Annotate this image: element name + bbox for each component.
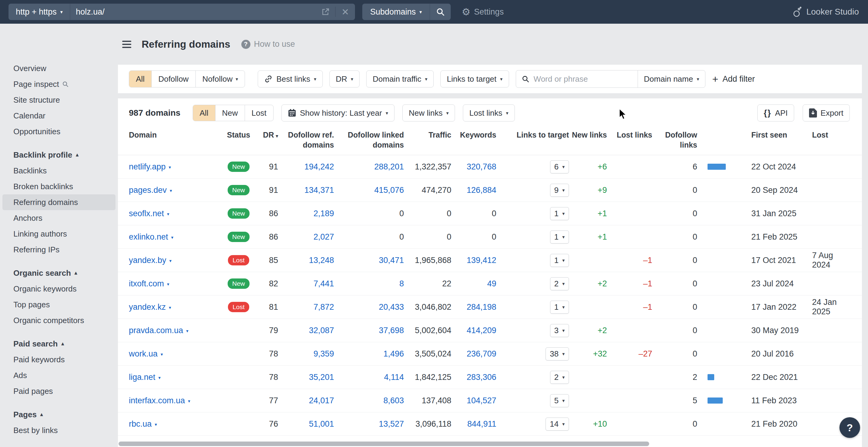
links-to-target-dropdown[interactable]: 38▾ bbox=[546, 347, 569, 360]
keywords-link[interactable]: 126,884 bbox=[467, 185, 496, 195]
keywords-link[interactable]: 49 bbox=[487, 279, 496, 288]
sidebar-section-header[interactable]: Paid search▴ bbox=[2, 336, 116, 352]
word-search-input[interactable] bbox=[534, 74, 632, 84]
sidebar-item-linking-authors[interactable]: Linking authors bbox=[2, 226, 116, 242]
sidebar-section-header[interactable]: Organic search▴ bbox=[2, 265, 116, 281]
sidebar-item-opportunities[interactable]: Opportunities bbox=[2, 124, 116, 139]
sidebar-item-broken-backlinks[interactable]: Broken backlinks bbox=[2, 178, 116, 194]
links-to-target-dropdown[interactable]: 2▾ bbox=[550, 371, 569, 384]
domain-caret-icon[interactable]: ▾ bbox=[155, 422, 157, 427]
sidebar-item-best-by-links[interactable]: Best by links bbox=[2, 422, 116, 438]
settings-button[interactable]: ⚙ Settings bbox=[462, 7, 504, 17]
keywords-link[interactable]: 320,768 bbox=[467, 162, 496, 172]
dofollow-linked-link[interactable]: 20,433 bbox=[379, 303, 404, 312]
scope-dropdown[interactable]: Subdomains ▾ bbox=[362, 4, 430, 20]
sidebar-item-referring-domains[interactable]: Referring domains bbox=[2, 194, 116, 210]
domain-caret-icon[interactable]: ▾ bbox=[169, 305, 172, 310]
links-to-target-dropdown[interactable]: 1▾ bbox=[550, 231, 569, 244]
api-button[interactable]: {} API bbox=[757, 104, 794, 122]
segment-all[interactable]: All bbox=[193, 105, 215, 121]
links-to-target-dropdown[interactable]: 9▾ bbox=[550, 184, 569, 197]
domain-caret-icon[interactable]: ▾ bbox=[167, 211, 169, 217]
column-header-domain[interactable]: Domain bbox=[129, 130, 225, 150]
domain-link[interactable]: interfax.com.ua bbox=[129, 396, 185, 405]
sidebar-section-header[interactable]: Backlink profile▴ bbox=[2, 147, 116, 163]
dofollow-ref-link[interactable]: 13,248 bbox=[309, 256, 334, 265]
best-links-filter-button[interactable]: Best links ▾ bbox=[258, 70, 322, 88]
sidebar-item-anchors[interactable]: Anchors bbox=[2, 210, 116, 226]
dofollow-linked-link[interactable]: 37,698 bbox=[379, 326, 404, 335]
dofollow-ref-link[interactable]: 7,872 bbox=[313, 303, 334, 312]
sidebar-section-header[interactable]: Outgoing links▴ bbox=[2, 446, 116, 447]
links-to-target-filter-button[interactable]: Links to target ▾ bbox=[440, 70, 509, 88]
links-to-target-dropdown[interactable]: 2▾ bbox=[550, 277, 569, 290]
domain-link[interactable]: rbc.ua bbox=[129, 419, 152, 429]
help-fab-button[interactable]: ? bbox=[839, 417, 860, 438]
links-to-target-dropdown[interactable]: 3▾ bbox=[550, 324, 569, 337]
domain-link[interactable]: exlinko.net bbox=[129, 232, 168, 242]
dofollow-linked-link[interactable]: 8,603 bbox=[383, 396, 404, 405]
domain-caret-icon[interactable]: ▾ bbox=[171, 235, 174, 240]
keywords-link[interactable]: 844,911 bbox=[467, 419, 496, 429]
menu-toggle-icon[interactable] bbox=[122, 41, 131, 48]
keywords-link[interactable]: 236,709 bbox=[467, 349, 496, 358]
dofollow-linked-link[interactable]: 4,114 bbox=[384, 373, 404, 382]
dofollow-ref-link[interactable]: 2,027 bbox=[313, 232, 334, 242]
column-header-dofollow-linked-domains[interactable]: Dofollow linked domains bbox=[334, 130, 404, 150]
domain-link[interactable]: pages.dev bbox=[129, 185, 167, 195]
domain-caret-icon[interactable]: ▾ bbox=[167, 281, 169, 287]
how-to-use-link[interactable]: ? How to use bbox=[241, 39, 295, 49]
segment-new[interactable]: New bbox=[215, 105, 245, 121]
dofollow-ref-link[interactable]: 7,441 bbox=[313, 279, 334, 288]
links-to-target-dropdown[interactable]: 1▾ bbox=[550, 254, 569, 267]
domain-caret-icon[interactable]: ▾ bbox=[186, 328, 189, 334]
keywords-link[interactable]: 283,306 bbox=[467, 373, 496, 382]
search-scope-dropdown[interactable]: Domain name ▾ bbox=[638, 70, 705, 88]
clear-url-icon[interactable]: ✕ bbox=[336, 4, 355, 20]
domain-caret-icon[interactable]: ▾ bbox=[158, 375, 161, 380]
domain-caret-icon[interactable]: ▾ bbox=[169, 258, 172, 264]
dofollow-linked-link[interactable]: 8 bbox=[399, 279, 404, 288]
column-header-lost[interactable]: Lost bbox=[812, 130, 854, 150]
column-header-dr[interactable]: DR▾ bbox=[252, 130, 278, 150]
dofollow-ref-link[interactable]: 32,087 bbox=[309, 326, 334, 335]
sidebar-item-overview[interactable]: Overview bbox=[2, 61, 116, 76]
dofollow-linked-link[interactable]: 13,527 bbox=[379, 419, 404, 429]
sidebar-item-page-inspect[interactable]: Page inspect bbox=[2, 76, 116, 92]
segment-lost[interactable]: Lost bbox=[245, 105, 273, 121]
sidebar-section-header[interactable]: Pages▴ bbox=[2, 407, 116, 422]
domain-link[interactable]: netlify.app bbox=[129, 162, 166, 172]
column-header-dofollow-links[interactable]: Dofollow links bbox=[652, 130, 697, 150]
domain-link[interactable]: seoflx.net bbox=[129, 209, 164, 218]
column-header-lost-links[interactable]: Lost links bbox=[607, 130, 652, 150]
looker-studio-button[interactable]: Looker Studio bbox=[792, 6, 859, 17]
column-header-status[interactable]: Status bbox=[225, 130, 252, 150]
links-to-target-dropdown[interactable]: 14▾ bbox=[546, 417, 569, 431]
keywords-link[interactable]: 414,209 bbox=[467, 326, 496, 335]
sidebar-item-paid-pages[interactable]: Paid pages bbox=[2, 383, 116, 399]
links-to-target-dropdown[interactable]: 1▾ bbox=[550, 301, 569, 314]
keywords-link[interactable]: 139,412 bbox=[467, 256, 496, 265]
keywords-link[interactable]: 284,198 bbox=[467, 303, 496, 312]
dofollow-linked-link[interactable]: 30,471 bbox=[379, 256, 404, 265]
domain-caret-icon[interactable]: ▾ bbox=[188, 399, 191, 404]
dofollow-linked-link[interactable]: 1,496 bbox=[383, 349, 404, 358]
dofollow-ref-link[interactable]: 51,001 bbox=[309, 419, 334, 429]
open-external-icon[interactable] bbox=[316, 4, 335, 20]
segment-nofollow[interactable]: Nofollow▾ bbox=[195, 71, 245, 87]
dofollow-ref-link[interactable]: 24,017 bbox=[309, 396, 334, 405]
dofollow-ref-link[interactable]: 35,201 bbox=[309, 373, 334, 382]
links-to-target-dropdown[interactable]: 1▾ bbox=[550, 207, 569, 220]
sidebar-item-ads[interactable]: Ads bbox=[2, 368, 116, 383]
dofollow-ref-link[interactable]: 134,371 bbox=[304, 185, 334, 195]
dofollow-ref-link[interactable]: 2,189 bbox=[313, 209, 334, 218]
sidebar-item-referring-ips[interactable]: Referring IPs bbox=[2, 242, 116, 257]
domain-caret-icon[interactable]: ▾ bbox=[170, 188, 172, 194]
dofollow-ref-link[interactable]: 194,242 bbox=[304, 162, 334, 172]
sidebar-item-paid-keywords[interactable]: Paid keywords bbox=[2, 352, 116, 368]
url-input[interactable]: holz.ua/ bbox=[70, 4, 316, 20]
lost-links-button[interactable]: Lost links ▾ bbox=[463, 104, 515, 122]
sidebar-item-organic-keywords[interactable]: Organic keywords bbox=[2, 281, 116, 297]
horizontal-scrollbar[interactable] bbox=[119, 442, 649, 446]
domain-link[interactable]: yandex.by bbox=[129, 256, 166, 265]
